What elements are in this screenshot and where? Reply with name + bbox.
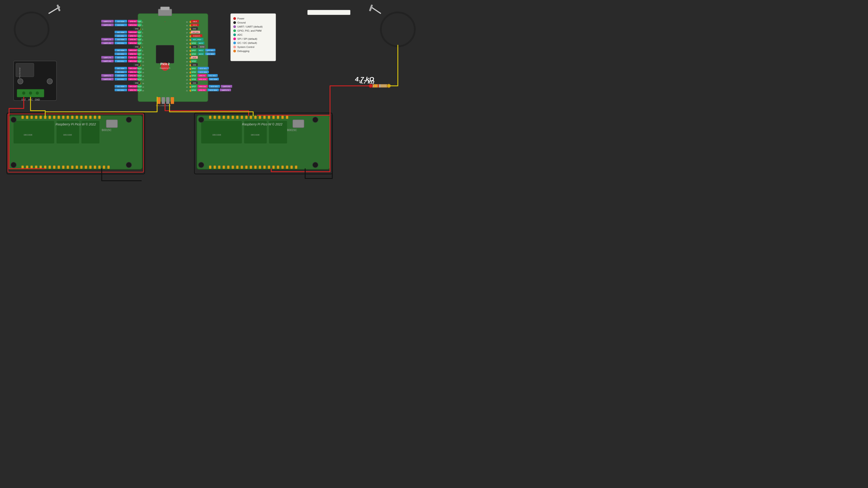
svg-rect-119 (137, 70, 142, 73)
svg-text:DECODE: DECODE (24, 134, 33, 136)
svg-point-317 (387, 84, 391, 88)
svg-rect-70 (133, 45, 140, 48)
svg-text:GND: GND (193, 28, 196, 30)
svg-rect-341 (85, 116, 87, 119)
svg-text:GP18: GP18 (192, 78, 196, 80)
svg-text:UART1 TX: UART1 TX (103, 39, 111, 40)
svg-rect-403 (236, 166, 239, 169)
svg-text:DECODE: DECODE (251, 134, 260, 136)
svg-text:VSYS: VSYS (193, 24, 197, 26)
svg-text:I2C0 SCL: I2C0 SCL (117, 61, 124, 62)
svg-text:AGND: AGND (200, 46, 204, 48)
svg-text:GP19: GP19 (192, 75, 196, 76)
svg-rect-154 (137, 89, 142, 91)
svg-text:UART0 TX: UART0 TX (103, 75, 111, 76)
svg-rect-382 (223, 116, 225, 119)
svg-rect-112 (137, 67, 142, 70)
svg-text:3: 3 (142, 29, 143, 30)
svg-rect-1 (138, 13, 208, 102)
svg-text:ADC: ADC (237, 33, 243, 36)
svg-text:GND: GND (35, 98, 40, 101)
svg-rect-21 (128, 20, 138, 23)
svg-text:SPI1 SCK: SPI1 SCK (129, 68, 136, 69)
svg-text:GND: GND (161, 105, 165, 106)
svg-rect-52 (101, 38, 114, 41)
svg-text:Debugging: Debugging (237, 50, 249, 53)
svg-point-5 (161, 63, 169, 71)
svg-rect-385 (236, 116, 239, 119)
svg-point-171 (189, 39, 192, 41)
svg-rect-124 (115, 74, 127, 77)
svg-text:I2C1 SDA: I2C1 SDA (117, 86, 124, 88)
svg-line-293 (49, 7, 60, 13)
svg-rect-160 (191, 24, 199, 26)
svg-rect-311 (372, 84, 388, 88)
svg-rect-333 (49, 116, 51, 119)
svg-rect-345 (22, 166, 24, 169)
svg-rect-239 (209, 85, 220, 88)
svg-point-121 (138, 75, 141, 77)
svg-rect-355 (67, 166, 69, 169)
svg-text:I2C1 SCL: I2C1 SCL (207, 50, 214, 51)
svg-text:UART0 RX: UART0 RX (223, 86, 230, 88)
svg-point-427 (233, 21, 236, 24)
svg-rect-401 (227, 166, 229, 169)
svg-rect-222 (208, 74, 218, 77)
svg-text:29: 29 (186, 61, 188, 63)
svg-rect-67 (137, 41, 142, 44)
svg-point-69 (138, 46, 141, 48)
svg-text:15: 15 (142, 72, 144, 73)
svg-rect-356 (71, 166, 73, 169)
svg-rect-334 (53, 116, 55, 119)
svg-point-302 (36, 92, 39, 95)
svg-rect-379 (209, 116, 211, 119)
svg-text:GP27: GP27 (192, 50, 196, 51)
svg-rect-152 (128, 89, 138, 91)
svg-text:5: 5 (142, 36, 143, 37)
svg-point-437 (233, 41, 236, 44)
svg-point-165 (189, 32, 192, 34)
svg-point-191 (189, 53, 192, 56)
svg-rect-343 (94, 116, 96, 119)
svg-rect-163 (191, 27, 198, 30)
svg-rect-338 (71, 116, 73, 119)
svg-rect-3 (160, 7, 169, 10)
svg-text:11: 11 (142, 57, 144, 59)
svg-line-308 (371, 7, 381, 13)
svg-point-326 (126, 162, 131, 168)
svg-text:ADC_VREF: ADC_VREF (193, 39, 201, 41)
svg-rect-416 (295, 166, 297, 169)
svg-rect-409 (264, 166, 266, 169)
svg-rect-405 (245, 166, 248, 169)
svg-rect-250 (220, 89, 231, 91)
svg-text:I2C0 SCL: I2C0 SCL (117, 42, 124, 44)
svg-rect-296 (16, 63, 34, 77)
svg-rect-2 (158, 9, 172, 16)
svg-point-323 (11, 117, 16, 123)
svg-rect-35 (133, 27, 140, 30)
svg-rect-30 (128, 24, 138, 26)
svg-rect-17 (101, 20, 114, 23)
svg-text:PicoTerminal: PicoTerminal (19, 68, 21, 78)
svg-rect-364 (107, 166, 110, 169)
svg-rect-354 (62, 166, 64, 169)
svg-point-107 (138, 68, 141, 70)
svg-text:13: 13 (142, 65, 144, 66)
svg-point-114 (138, 71, 141, 74)
svg-point-44 (138, 35, 141, 37)
svg-rect-108 (115, 67, 127, 70)
svg-text:I2CO SDA: I2CO SDA (210, 90, 217, 91)
svg-rect-9 (162, 97, 165, 104)
svg-rect-26 (101, 24, 114, 26)
svg-text:GND: GND (135, 28, 138, 30)
svg-rect-392 (268, 116, 270, 119)
svg-text:SPI0 CSn: SPI0 CSn (129, 42, 136, 44)
svg-rect-235 (191, 85, 197, 88)
svg-text:GP28: GP28 (192, 42, 196, 44)
svg-rect-93 (137, 56, 142, 59)
svg-rect-328 (26, 116, 28, 119)
svg-rect-84 (137, 53, 142, 55)
svg-text:I2C1 SDA: I2C1 SDA (117, 50, 124, 51)
svg-point-324 (126, 117, 131, 123)
svg-rect-128 (137, 74, 142, 77)
